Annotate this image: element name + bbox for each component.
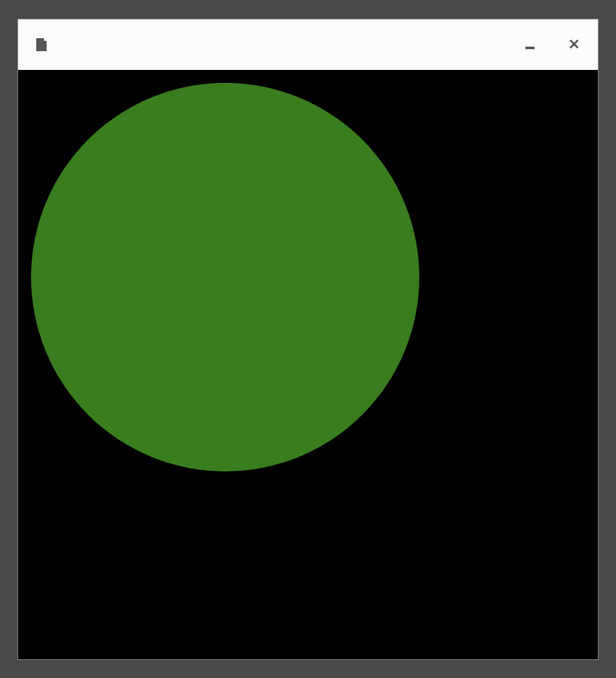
app-icon — [36, 38, 47, 51]
canvas-area[interactable] — [18, 70, 598, 659]
application-window: ✕ — [17, 19, 599, 660]
green-circle — [31, 83, 419, 471]
minimize-button[interactable] — [525, 47, 534, 49]
window-titlebar[interactable]: ✕ — [18, 19, 598, 70]
titlebar-left — [36, 38, 56, 51]
close-button[interactable]: ✕ — [568, 39, 580, 51]
titlebar-controls: ✕ — [525, 39, 580, 51]
